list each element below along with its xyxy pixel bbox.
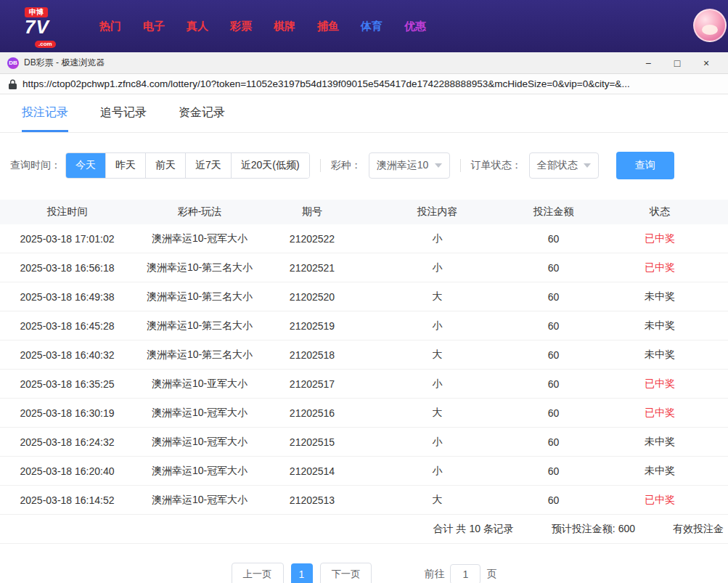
- header-bet-content: 投注内容: [359, 205, 515, 219]
- game-play: 澳洲幸运10-冠军大小: [134, 232, 265, 245]
- bet-time: 2025-03-18 16:56:18: [0, 262, 134, 274]
- bet-content: 小: [359, 378, 515, 391]
- tab-bet-records[interactable]: 投注记录: [22, 105, 68, 132]
- status-cell: 已中奖: [592, 378, 728, 391]
- chevron-down-icon: [584, 163, 591, 168]
- lottery-select-value: 澳洲幸运10: [377, 159, 429, 172]
- game-play: 澳洲幸运10-第三名大小: [134, 348, 265, 362]
- site-top-nav: 申博 7V .com 热门 电子 真人 彩票 棋牌 捕鱼 体育 优惠: [0, 0, 728, 52]
- time-option-today[interactable]: 今天: [66, 153, 105, 178]
- status-cell: 已中奖: [592, 261, 728, 274]
- status-cell: 未中奖: [592, 436, 728, 449]
- game-play: 澳洲幸运10-冠军大小: [134, 494, 265, 507]
- goto-page-input[interactable]: [450, 564, 480, 583]
- prev-page-button[interactable]: 上一页: [232, 563, 284, 583]
- close-icon[interactable]: ×: [692, 57, 721, 69]
- issue: 21202522: [265, 233, 359, 245]
- current-page-button[interactable]: 1: [291, 563, 313, 583]
- nav-item-lottery[interactable]: 彩票: [219, 20, 263, 33]
- tab-fund-records[interactable]: 资金记录: [179, 105, 225, 132]
- status-cell: 已中奖: [592, 407, 728, 420]
- nav-item-live[interactable]: 真人: [176, 20, 219, 33]
- bet-content: 大: [359, 290, 515, 303]
- nav-item-fishing[interactable]: 捕鱼: [306, 20, 350, 33]
- status-cell: 未中奖: [592, 348, 728, 362]
- time-option-7days[interactable]: 近7天: [185, 153, 231, 178]
- status-cell: 已中奖: [592, 232, 728, 245]
- summary-expected-amount: 预计投注金额: 600: [552, 523, 635, 536]
- lottery-filter-label: 彩种：: [331, 159, 361, 172]
- chevron-down-icon: [435, 163, 442, 168]
- bet-time: 2025-03-18 16:45:28: [0, 320, 134, 332]
- bet-time: 2025-03-18 16:20:40: [0, 465, 134, 477]
- header-status: 状态: [592, 205, 728, 219]
- nav-item-slots[interactable]: 电子: [132, 20, 176, 33]
- bet-content: 小: [359, 261, 515, 274]
- table-row: 2025-03-18 16:40:32 澳洲幸运10-第三名大小 2120251…: [0, 341, 728, 370]
- bet-content: 大: [359, 407, 515, 420]
- goto-label: 前往: [424, 568, 444, 581]
- nav-item-cards[interactable]: 棋牌: [263, 20, 306, 33]
- minimize-icon[interactable]: −: [634, 57, 663, 69]
- issue: 21202515: [265, 436, 359, 448]
- search-button[interactable]: 查询: [616, 152, 674, 179]
- bet-amount: 60: [515, 494, 592, 506]
- status-select-value: 全部状态: [537, 159, 578, 172]
- game-play: 澳洲幸运10-第三名大小: [134, 290, 265, 303]
- bet-time: 2025-03-18 16:30:19: [0, 407, 134, 419]
- order-status-select[interactable]: 全部状态: [529, 152, 599, 179]
- nav-item-promo[interactable]: 优惠: [393, 20, 437, 33]
- site-nav-menu: 热门 电子 真人 彩票 棋牌 捕鱼 体育 优惠: [89, 20, 437, 33]
- time-filter-label: 查询时间：: [10, 159, 61, 172]
- maximize-icon[interactable]: □: [663, 57, 692, 69]
- table-header-row: 投注时间 彩种-玩法 期号 投注内容 投注金额 状态: [0, 200, 728, 224]
- nav-item-sports[interactable]: 体育: [350, 20, 393, 33]
- bet-amount: 60: [515, 465, 592, 477]
- bet-amount: 60: [515, 436, 592, 448]
- time-option-daybefore[interactable]: 前天: [145, 153, 185, 178]
- bet-content: 小: [359, 436, 515, 449]
- header-issue: 期号: [265, 205, 359, 219]
- address-bar[interactable]: https://ctop02pchwp1.zfnc84.com/lottery/…: [0, 74, 728, 94]
- filter-divider: [320, 159, 321, 172]
- nav-item-hot[interactable]: 热门: [89, 20, 132, 33]
- issue: 21202514: [265, 465, 359, 477]
- game-play: 澳洲幸运10-第三名大小: [134, 319, 265, 333]
- table-row: 2025-03-18 16:49:38 澳洲幸运10-第三名大小 2120252…: [0, 282, 728, 311]
- status-cell: 未中奖: [592, 319, 728, 333]
- goto-page-group: 前往 页: [424, 564, 496, 583]
- filter-divider: [460, 159, 461, 172]
- game-play: 澳洲幸运10-冠军大小: [134, 465, 265, 478]
- summary-valid-amount: 有效投注金: [673, 523, 724, 536]
- time-range-group: 今天 昨天 前天 近7天 近20天(低频): [65, 152, 310, 179]
- site-logo[interactable]: 申博 7V .com: [25, 5, 71, 48]
- lock-icon: [9, 79, 17, 89]
- bet-amount: 60: [515, 407, 592, 419]
- pagination: 上一页 1 下一页 前往 页: [0, 563, 728, 583]
- status-cell: 已中奖: [592, 494, 728, 507]
- bet-time: 2025-03-18 17:01:02: [0, 233, 134, 245]
- bet-records-table: 投注时间 彩种-玩法 期号 投注内容 投注金额 状态 2025-03-18 17…: [0, 200, 728, 515]
- issue: 21202517: [265, 378, 359, 390]
- summary-total-records: 合计 共 10 条记录: [433, 523, 514, 536]
- tab-chase-records[interactable]: 追号记录: [100, 105, 147, 132]
- bet-content: 大: [359, 494, 515, 507]
- window-controls: − □ ×: [634, 57, 721, 69]
- url-text[interactable]: https://ctop02pchwp1.zfnc84.com/lottery/…: [23, 78, 630, 89]
- header-game-play: 彩种-玩法: [134, 205, 265, 219]
- lottery-select[interactable]: 澳洲幸运10: [369, 152, 450, 179]
- table-row: 2025-03-18 16:24:32 澳洲幸运10-冠军大小 21202515…: [0, 428, 728, 457]
- time-option-20days[interactable]: 近20天(低频): [231, 153, 309, 178]
- time-option-yesterday[interactable]: 昨天: [105, 153, 145, 178]
- issue: 21202521: [265, 262, 359, 274]
- table-row: 2025-03-18 16:35:25 澳洲幸运10-亚军大小 21202517…: [0, 370, 728, 399]
- game-play: 澳洲幸运10-第三名大小: [134, 261, 265, 274]
- logo-suffix: .com: [35, 41, 56, 48]
- filter-bar: 查询时间： 今天 昨天 前天 近7天 近20天(低频) 彩种： 澳洲幸运10 订…: [0, 133, 728, 200]
- next-page-button[interactable]: 下一页: [320, 563, 372, 583]
- user-avatar[interactable]: [693, 9, 727, 42]
- bet-amount: 60: [515, 320, 592, 332]
- browser-window: 申博 7V .com 热门 电子 真人 彩票 棋牌 捕鱼 体育 优惠 DB DB…: [0, 0, 728, 583]
- bet-time: 2025-03-18 16:24:32: [0, 436, 134, 448]
- table-row: 2025-03-18 17:01:02 澳洲幸运10-冠军大小 21202522…: [0, 224, 728, 253]
